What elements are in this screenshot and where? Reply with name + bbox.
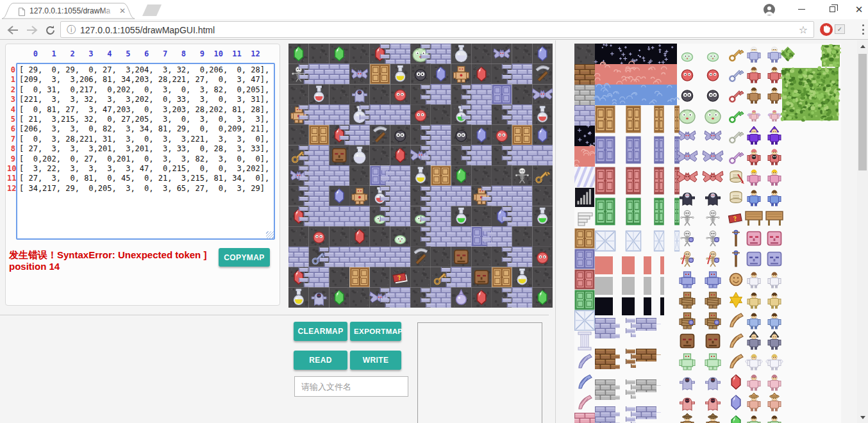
- row-header: 11: [7, 174, 15, 183]
- menu-icon[interactable]: [858, 23, 868, 36]
- scrollbar-thumb[interactable]: [858, 54, 867, 170]
- map-matrix-textarea[interactable]: [16, 63, 275, 240]
- address-bar[interactable]: ⓘ 127.0.0.1:1055/drawMapGUI.html ☆: [60, 21, 814, 38]
- vertical-divider: [555, 40, 556, 423]
- row-header: 10: [7, 164, 15, 174]
- browser-window: 127.0.0.1:1055/drawMa ✕ ✕ ⓘ 127.0.0.1:10…: [0, 0, 868, 423]
- stop-hand-extension-icon[interactable]: [819, 22, 833, 39]
- row-headers: 0123456789101112: [7, 65, 15, 194]
- browser-tab[interactable]: 127.0.0.1:1055/drawMa ✕: [1, 2, 137, 19]
- row-header: 2: [7, 85, 15, 95]
- column-headers: 0 1 2 3 4 5 6 7 8 9 10 11 12: [19, 49, 260, 58]
- row-header: 1: [7, 75, 15, 85]
- row-header: 3: [7, 95, 15, 104]
- output-box: [417, 322, 542, 423]
- row-header: 8: [7, 144, 15, 154]
- bookmark-star-icon[interactable]: ☆: [799, 24, 808, 36]
- filename-input[interactable]: [294, 376, 408, 397]
- exportmap-button[interactable]: EXPORTMAP: [350, 322, 401, 341]
- write-button[interactable]: WRITE: [350, 351, 401, 370]
- tileset-canvas[interactable]: [574, 44, 841, 423]
- reload-icon[interactable]: [42, 22, 58, 38]
- row-header: 4: [7, 105, 15, 115]
- scroll-down-icon[interactable]: [857, 412, 868, 423]
- error-message: 发生错误！SyntaxError: Unexpected token ] pos…: [9, 249, 222, 272]
- textarea-resize-grip[interactable]: [266, 231, 274, 239]
- page-content: 0 1 2 3 4 5 6 7 8 9 10 11 12 01234567891…: [0, 40, 868, 423]
- profile-icon[interactable]: [763, 3, 776, 16]
- row-header: 0: [7, 65, 15, 75]
- forward-icon[interactable]: [24, 22, 40, 38]
- back-icon[interactable]: [5, 22, 21, 38]
- row-header: 12: [7, 184, 15, 194]
- titlebar: 127.0.0.1:1055/drawMa ✕ ✕: [0, 0, 868, 19]
- toolbar: ⓘ 127.0.0.1:1055/drawMapGUI.html ☆ ✓: [0, 19, 868, 40]
- scroll-up-icon[interactable]: [857, 40, 868, 51]
- matrix-panel: 0 1 2 3 4 5 6 7 8 9 10 11 12 01234567891…: [5, 44, 280, 306]
- copymap-button[interactable]: COPYMAP: [219, 248, 270, 267]
- tab-close-icon[interactable]: ✕: [119, 6, 126, 15]
- map-canvas[interactable]: [288, 44, 553, 308]
- close-button[interactable]: ✕: [845, 0, 868, 18]
- restore-button[interactable]: [818, 0, 846, 18]
- horizontal-divider: [0, 315, 549, 315]
- clearmap-button[interactable]: CLEARMAP: [294, 322, 347, 341]
- tab-title-fade: [101, 5, 115, 17]
- row-header: 9: [7, 154, 15, 164]
- row-header: 6: [7, 124, 15, 134]
- page-scrollbar[interactable]: [857, 40, 868, 423]
- info-icon[interactable]: ⓘ: [67, 24, 76, 36]
- url-text: 127.0.0.1:1055/drawMapGUI.html: [80, 25, 215, 35]
- minimize-button[interactable]: [787, 0, 815, 18]
- row-header: 7: [7, 135, 15, 144]
- read-button[interactable]: READ: [294, 351, 347, 370]
- checkbox-extension-icon[interactable]: ✓: [835, 24, 845, 34]
- row-header: 5: [7, 115, 15, 124]
- new-tab-button[interactable]: [142, 4, 162, 16]
